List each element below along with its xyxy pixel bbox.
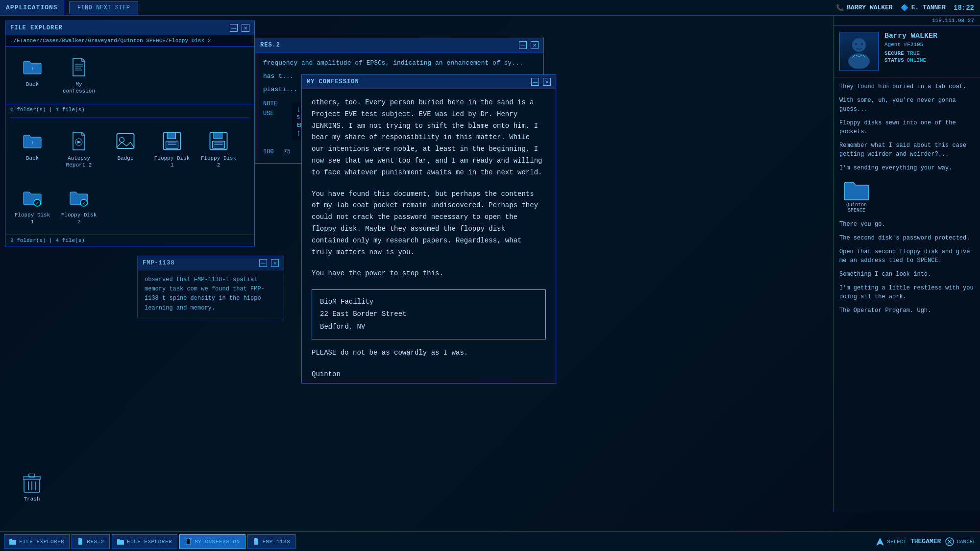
taskbar-fmp1138[interactable]: FMP-1138	[247, 534, 296, 549]
file-item-back-bottom[interactable]: ↑ Back	[10, 125, 54, 173]
chat-msg-4[interactable]: I'm sending everything your way.	[839, 164, 974, 172]
taskbar-res2[interactable]: RES.2	[72, 534, 110, 549]
file-item-floppy1[interactable]: Floppy Disk 1	[150, 125, 194, 173]
minimize-button[interactable]: —	[230, 24, 238, 32]
agent1-name: BARRY WALKER	[847, 4, 893, 11]
chat-msg-2[interactable]: Floppy disks sewn into one of the pocket…	[839, 119, 974, 136]
folder-floppy2-icon: ✓	[67, 186, 91, 210]
folder-back-icon: ↑	[21, 129, 44, 153]
paragraph-2: You have found this document, but perhap…	[312, 189, 546, 259]
floppy-disk-icon	[160, 129, 184, 153]
res2-minimize[interactable]: —	[519, 41, 527, 49]
floppy-disk2-icon	[207, 129, 230, 153]
find-next-step-button[interactable]: FIND NEXT STEP	[69, 1, 139, 14]
taskbar-file-explorer-1[interactable]: FILE EXPLORER	[4, 534, 70, 549]
status-bar-bottom: 2 folder(s) | 4 file(s)	[5, 235, 254, 246]
file-folder-floppy2[interactable]: ✓ Floppy Disk 2	[57, 182, 101, 230]
quinton-folder-item[interactable]: Quinton SPENCE	[839, 179, 874, 213]
chat-msg-10[interactable]: The Operator Program. Ugh.	[839, 306, 974, 315]
select-button[interactable]: SELECT	[875, 537, 906, 547]
floppy2-label: Floppy Disk 2	[198, 155, 239, 169]
file-explorer-title: FILE EXPLORER	[10, 24, 63, 31]
taskbar: FILE EXPLORER RES.2 FILE EXPLORER MY CON…	[0, 531, 980, 551]
res2-close[interactable]: ✕	[531, 41, 539, 49]
folder-icon: ↑	[21, 55, 44, 79]
file-explorer-titlebar: FILE EXPLORER — ✕	[5, 21, 254, 35]
agent2-icon: 🔷	[901, 4, 908, 12]
paragraph-1: others, too. Every person buried here in…	[312, 97, 546, 179]
taskbar-file-explorer-2[interactable]: FILE EXPLORER	[112, 534, 177, 549]
fmp-close[interactable]: ✕	[271, 259, 279, 267]
file-item-autopsy-report[interactable]: Autopsy Report 2	[57, 125, 101, 173]
cancel-button[interactable]: CANCEL	[945, 537, 976, 547]
chat-msg-3[interactable]: Remember what I said about this case get…	[839, 141, 974, 159]
chat-msg-5[interactable]: There you go.	[839, 220, 974, 229]
file-item-back-top[interactable]: ↑ Back	[10, 51, 54, 99]
clock: 18:22	[954, 4, 974, 12]
file-grid-bottom: ↑ Back Autopsy Report 2	[5, 120, 254, 178]
confession-content-area[interactable]: others, too. Every person buried here in…	[302, 89, 556, 383]
file-explorer-window: FILE EXPLORER — ✕ ./ETanner/Cases/BWalke…	[5, 21, 255, 246]
taskbar-folder2-icon	[117, 538, 124, 545]
agent-sub: Agent #F2105	[884, 42, 974, 48]
file-label: Back	[26, 81, 39, 88]
svg-point-31	[848, 53, 870, 69]
file-item-floppy2[interactable]: Floppy Disk 2	[196, 125, 241, 173]
file-grid-top: ↑ Back My confession	[5, 47, 254, 104]
agent1-indicator[interactable]: 📞 BARRY WALKER	[836, 4, 893, 12]
svg-point-32	[855, 43, 857, 45]
top-bar: APPLICATIONS FIND NEXT STEP 📞 BARRY WALK…	[0, 0, 980, 16]
audio-icon	[67, 129, 91, 153]
agent-photo	[839, 32, 879, 71]
chat-msg-0[interactable]: They found him buried in a lab coat.	[839, 82, 974, 91]
agent-info: Barry WALKER Agent #F2105 SECURE TRUE ST…	[884, 32, 974, 64]
chat-msg-6[interactable]: The second disk's password protected.	[839, 234, 974, 242]
trash-label: Trash	[24, 496, 40, 502]
agent2-indicator[interactable]: 🔷 E. TANNER	[901, 4, 946, 12]
paragraph-5: Quinton	[312, 369, 546, 381]
folder-floppy1-label: Floppy Disk 1	[12, 212, 52, 226]
paragraph-4: PLEASE do not be as cowardly as I was.	[312, 347, 546, 359]
fmp1138-partial-window: FMP-1138 — ✕ observed that FMP-1138-t sp…	[137, 256, 284, 318]
res2-titlebar: RES.2 — ✕	[255, 38, 543, 52]
agent-ip-display: 118.111.98.27	[833, 16, 980, 26]
svg-point-30	[852, 38, 866, 52]
status-value: ONLINE	[907, 57, 927, 63]
status-bar-top: 0 folder(s) | 1 file(s)	[5, 104, 254, 115]
address-line1: BioM Facility	[320, 296, 538, 308]
select-label: SELECT	[887, 539, 906, 545]
fmp-title: FMP-1138	[143, 260, 175, 266]
file-item-my-confession[interactable]: My confession	[57, 51, 101, 99]
fmp-minimize[interactable]: —	[259, 259, 267, 267]
chat-msg-1[interactable]: With some, uh, you're never gonna guess.…	[839, 96, 974, 114]
chat-msg-7[interactable]: Open that second floppy disk and give me…	[839, 247, 974, 265]
svg-text:↑: ↑	[31, 140, 34, 145]
close-button[interactable]: ✕	[242, 24, 249, 32]
address-bar[interactable]: ./ETanner/Cases/BWalker/Graveyard/Quinto…	[5, 35, 254, 47]
address-line2: 22 East Border Street	[320, 308, 538, 320]
floppy1-label: Floppy Disk 1	[152, 155, 192, 169]
agent-full-name: Barry WALKER	[884, 32, 974, 41]
window-controls: — ✕	[230, 24, 249, 32]
taskbar-doc-icon	[77, 538, 84, 545]
chat-msg-9[interactable]: I'm getting a little restless with you d…	[839, 284, 974, 301]
taskbar-fmp-icon	[253, 538, 260, 545]
app-logo: APPLICATIONS	[0, 0, 64, 15]
document-icon	[67, 55, 91, 79]
svg-text:✓: ✓	[82, 200, 85, 206]
fmp-content: observed that FMP-1138-t spatial memory …	[138, 270, 284, 318]
taskbar-label-4: MY CONFESSION	[195, 539, 240, 545]
chat-msg-8[interactable]: Something I can look into.	[839, 270, 974, 279]
taskbar-label-2: RES.2	[87, 539, 104, 545]
taskbar-confession-icon	[185, 538, 192, 545]
file-folder-floppy1[interactable]: ✓ Floppy Disk 1	[10, 182, 54, 230]
file-item-badge[interactable]: Badge	[103, 125, 147, 173]
res2-title: RES.2	[260, 42, 280, 48]
chat-area: They found him buried in a lab coat. Wit…	[833, 77, 980, 512]
confession-close[interactable]: ✕	[543, 78, 551, 86]
confession-minimize[interactable]: —	[531, 78, 539, 86]
trash-icon[interactable]: Trash	[15, 473, 49, 502]
taskbar-my-confession[interactable]: MY CONFESSION	[179, 534, 245, 549]
svg-text:↑: ↑	[31, 66, 34, 71]
right-panel: 118.111.98.27	[833, 16, 980, 512]
